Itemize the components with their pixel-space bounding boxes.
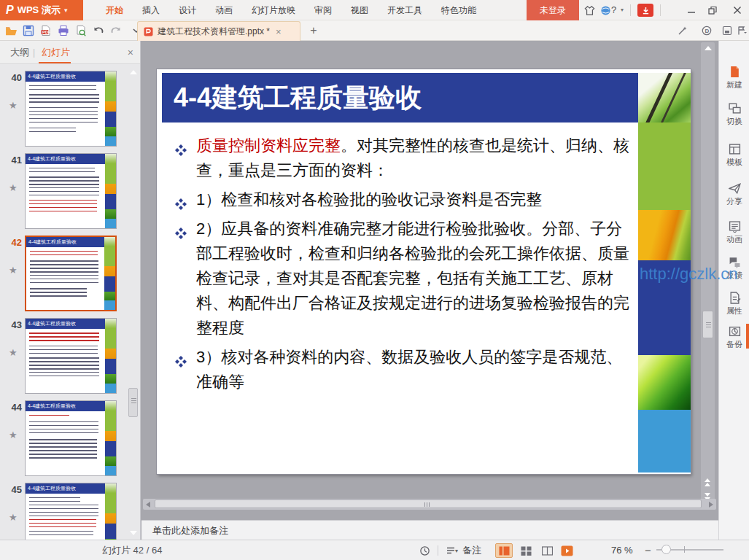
browser-globe-icon[interactable] xyxy=(599,4,612,17)
app-name: WPS 演示 xyxy=(18,4,61,17)
diamond-bullet-icon xyxy=(174,222,187,236)
thumbnail[interactable]: 4-4建筑工程质量验收 xyxy=(25,483,117,540)
notes-toggle[interactable]: 备注 xyxy=(462,540,481,560)
open-file-icon[interactable] xyxy=(4,24,18,37)
scroll-left-icon[interactable] xyxy=(146,502,150,508)
view-normal-button[interactable] xyxy=(495,543,513,558)
slide-thumbnail-43: 43 ★ 4-4建筑工程质量验收 xyxy=(0,318,141,394)
app-logo[interactable]: P WPS 演示 ▾ xyxy=(0,0,83,20)
animation-star-icon[interactable]: ★ xyxy=(9,100,18,111)
thumbnail-title: 4-4建筑工程质量验收 xyxy=(26,71,105,82)
tab-slides[interactable]: 幻灯片 xyxy=(42,41,70,64)
menu-tab-view[interactable]: 视图 xyxy=(341,0,378,20)
panel-box-icon[interactable] xyxy=(721,25,733,36)
diamond-bullet-icon xyxy=(174,193,187,206)
panel-close-icon[interactable]: × xyxy=(128,41,133,64)
d-badge-icon[interactable]: D xyxy=(701,25,713,36)
history-clock-icon[interactable] xyxy=(419,545,430,556)
scroll-up-icon[interactable] xyxy=(130,70,137,74)
animation-star-icon[interactable]: ★ xyxy=(9,347,18,358)
bullet-text: 2）应具备的资料准确完整才能进行检验批验收。分部、子分部工程验收时，检查和归纳各… xyxy=(196,219,629,337)
zoom-out-button[interactable]: − xyxy=(645,540,651,560)
flag-dropdown-icon[interactable] xyxy=(737,25,748,36)
help-icon[interactable]: ? xyxy=(611,0,616,20)
document-tab-close-icon[interactable]: × xyxy=(276,26,282,37)
thumbnail[interactable]: 4-4建筑工程质量验收 xyxy=(25,318,117,394)
right-task-panel: 新建 切换 模板 分享 动画 反馈 属性 备份 xyxy=(718,41,749,540)
minimize-button[interactable] xyxy=(681,0,702,20)
notes-caret-icon: ▾ xyxy=(455,540,458,560)
zoom-100-tick xyxy=(684,546,685,553)
undo-icon[interactable] xyxy=(92,24,105,37)
download-update-icon[interactable] xyxy=(637,4,653,17)
print-preview-icon[interactable] xyxy=(74,24,88,37)
scroll-down-icon[interactable] xyxy=(130,531,137,535)
menu-tab-devtools[interactable]: 开发工具 xyxy=(378,0,432,20)
skin-shirt-icon[interactable] xyxy=(583,4,596,17)
slide-body-text[interactable]: 质量控制资料应完整。对其完整性的核查也是统计、归纳、核查，重点是三方面的资料： … xyxy=(174,133,632,399)
notes-pane[interactable]: 单击此处添加备注 xyxy=(141,520,718,540)
slide-counter: 幻灯片 42 / 64 xyxy=(102,540,162,560)
panel-item-backup[interactable]: 备份 xyxy=(719,325,749,350)
slide-thumbnail-41: 41 ★ 4-4建筑工程质量验收 xyxy=(0,153,141,229)
menu-tab-slideshow[interactable]: 幻灯片放映 xyxy=(242,0,305,20)
slide-title[interactable]: 4-4建筑工程质量验收 xyxy=(162,73,638,122)
restore-button[interactable] xyxy=(702,0,723,20)
thumbnail-image-strip xyxy=(105,483,116,540)
menu-tab-design[interactable]: 设计 xyxy=(169,0,206,20)
menu-tab-review[interactable]: 审阅 xyxy=(305,0,341,20)
slideshow-play-button[interactable] xyxy=(558,543,575,558)
panel-item-new[interactable]: 新建 xyxy=(719,66,749,90)
bullet-text: 3）核对各种资料的内容、数据及验收人员的签字是否规范、准确等 xyxy=(196,348,622,391)
panel-item-switch[interactable]: 切换 xyxy=(719,102,749,127)
view-sorter-button[interactable] xyxy=(517,543,535,558)
horizontal-scrollbar-thumb[interactable] xyxy=(155,499,702,508)
menu-tab-animation[interactable]: 动画 xyxy=(206,0,242,20)
menu-tab-special-features[interactable]: 特色功能 xyxy=(432,0,486,20)
blue-block xyxy=(638,260,691,355)
document-tab[interactable]: 建筑工程技术资料管理.pptx * × xyxy=(137,21,300,41)
thumbnail[interactable]: 4-4建筑工程质量验收 xyxy=(25,153,117,229)
print-icon[interactable] xyxy=(57,24,70,37)
vertical-scrollbar-thumb[interactable] xyxy=(702,311,713,338)
close-button[interactable] xyxy=(727,0,748,20)
view-reading-button[interactable] xyxy=(538,543,556,558)
previous-slide-button[interactable] xyxy=(701,477,715,489)
bullet-text: 1）检查和核对各检验批的验收记录资料是否完整 xyxy=(196,190,542,209)
new-tab-button[interactable]: + xyxy=(306,23,321,38)
wand-tool-icon[interactable] xyxy=(677,25,688,36)
zoom-slider-handle[interactable] xyxy=(661,545,671,554)
slide-number: 41 xyxy=(3,155,22,166)
animation-star-icon[interactable]: ★ xyxy=(9,429,18,440)
panel-item-properties[interactable]: 属性 xyxy=(719,292,749,316)
slide-42[interactable]: 4-4建筑工程质量验收 质量控制资料应完整。对其完整性的核查也是统计、归纳、核查… xyxy=(157,69,691,474)
panel-item-template[interactable]: 模板 xyxy=(719,143,749,168)
vertical-scrollbar[interactable] xyxy=(701,42,715,506)
sidebar-scrollbar[interactable] xyxy=(128,67,139,538)
animation-star-icon[interactable]: ★ xyxy=(9,265,18,276)
animation-star-icon[interactable]: ★ xyxy=(9,182,18,193)
thumbnail-image-strip xyxy=(105,71,116,146)
menu-tab-insert[interactable]: 插入 xyxy=(133,0,169,20)
redo-icon[interactable] xyxy=(109,24,123,37)
panel-item-share[interactable]: 分享 xyxy=(719,182,749,207)
help-caret-icon[interactable]: ▾ xyxy=(621,0,624,20)
login-button[interactable]: 未登录 xyxy=(527,0,579,20)
animation-star-icon[interactable]: ★ xyxy=(9,512,18,523)
export-pdf-icon[interactable]: PDF xyxy=(39,24,53,37)
titlebar: P WPS 演示 ▾ 开始 插入 设计 动画 幻灯片放映 审阅 视图 开发工具 … xyxy=(0,0,749,20)
panel-item-animation[interactable]: 动画 xyxy=(719,220,749,245)
scroll-right-icon[interactable] xyxy=(709,502,713,508)
sidebar-scrollbar-thumb[interactable] xyxy=(128,388,138,417)
horizontal-scrollbar[interactable] xyxy=(143,499,716,510)
menu-tab-bar: 开始 插入 设计 动画 幻灯片放映 审阅 视图 开发工具 特色功能 xyxy=(96,0,486,20)
save-icon[interactable] xyxy=(22,24,35,37)
slide-number: 40 xyxy=(3,72,22,83)
thumbnail-selected[interactable]: 4-4建筑工程质量验收 xyxy=(25,236,117,311)
thumbnail[interactable]: 4-4建筑工程质量验收 xyxy=(25,71,117,147)
tab-outline[interactable]: 大纲 xyxy=(10,41,29,64)
menu-tab-home[interactable]: 开始 xyxy=(96,0,133,20)
panel-item-feedback[interactable]: 反馈 xyxy=(719,256,749,281)
scroll-up-icon[interactable] xyxy=(705,46,712,50)
thumbnail[interactable]: 4-4建筑工程质量验收 xyxy=(25,400,117,476)
